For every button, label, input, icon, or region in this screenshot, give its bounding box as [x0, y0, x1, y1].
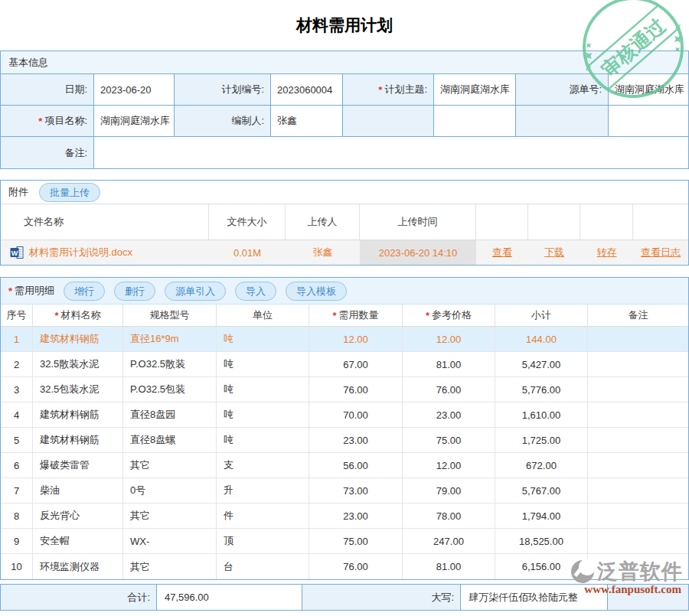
material-cell-name: 安全帽: [33, 529, 123, 554]
material-row[interactable]: 4建筑材料钢筋直径8盘园吨70.0023.001,610.00: [1, 403, 688, 428]
batch-upload-button[interactable]: 批量上传: [39, 183, 100, 202]
import-template-button[interactable]: 导入模板: [286, 282, 347, 301]
material-cell-unit: 件: [217, 504, 309, 529]
vendor-website: www.fanpusoft.com: [518, 583, 683, 596]
material-cell-spec: 其它: [123, 453, 217, 478]
material-cell-no: 2: [1, 352, 33, 377]
material-cell-qty: 56.00: [309, 453, 403, 478]
attachment-title: 附件: [8, 185, 28, 199]
vendor-name: 泛普软件: [597, 558, 683, 585]
material-cell-subtotal: 5,776.00: [495, 377, 588, 403]
material-cell-subtotal: 1,725.00: [495, 428, 588, 453]
material-cell-remark: [588, 453, 688, 478]
compiler-label: 编制人:: [175, 106, 271, 137]
source-import-button[interactable]: 源单引入: [165, 282, 226, 301]
material-cell-price: 81.00: [403, 554, 495, 579]
material-cell-name: 32.5包装水泥: [33, 377, 123, 403]
material-row[interactable]: 232.5散装水泥P.O32.5散装吨67.0081.005,427.00: [1, 352, 688, 377]
material-cell-qty: 76.00: [309, 554, 403, 579]
material-cell-spec: P.O32.5散装: [123, 352, 217, 377]
project-label: *项目名称:: [1, 106, 94, 137]
material-cell-spec: 0号: [123, 478, 217, 504]
material-cell-no: 9: [1, 529, 33, 554]
material-cell-no: 5: [1, 428, 33, 453]
material-row[interactable]: 7柴油0号升73.0079.005,767.00: [1, 478, 688, 504]
material-cell-qty: 70.00: [309, 403, 403, 428]
transfer-link[interactable]: 转存: [597, 246, 617, 259]
date-field[interactable]: 2023-06-20: [94, 74, 175, 106]
file-name-link[interactable]: 材料需用计划说明.docx: [29, 246, 132, 259]
material-cell-remark: [588, 403, 688, 428]
material-cell-price: 78.00: [403, 504, 495, 529]
material-row[interactable]: 9安全帽WX-顶75.00247.0018,525.00: [1, 529, 688, 554]
material-cell-spec: 直径16*9m: [123, 327, 217, 352]
compiler-field[interactable]: 张鑫: [271, 106, 343, 137]
detail-table-header: 序号*材料名称规格型号单位*需用数量*参考价格小计备注: [1, 305, 688, 327]
material-cell-name: 反光背心: [33, 504, 123, 529]
material-cell-qty: 67.00: [309, 352, 403, 377]
vendor-logo: 泛普软件 www.fanpusoft.com: [518, 558, 683, 596]
empty-value-cell: [434, 106, 516, 137]
material-cell-price: 81.00: [403, 352, 495, 377]
material-cell-remark: [588, 377, 688, 403]
material-cell-remark: [588, 529, 688, 554]
material-cell-price: 247.00: [403, 529, 495, 554]
material-row[interactable]: 6爆破类雷管其它支56.0012.00672.00: [1, 453, 688, 478]
material-cell-no: 1: [1, 327, 33, 352]
import-button[interactable]: 导入: [235, 282, 276, 301]
material-cell-subtotal: 1,794.00: [495, 504, 588, 529]
detail-col-header: 序号: [1, 305, 33, 326]
material-cell-name: 环境监测仪器: [33, 554, 123, 579]
material-cell-qty: 12.00: [309, 327, 403, 352]
material-cell-price: 23.00: [403, 403, 495, 428]
empty-label-cell: [516, 106, 609, 137]
remark-label: 备注:: [1, 137, 94, 168]
view-link[interactable]: 查看: [492, 246, 512, 259]
total-label: 合计:: [1, 585, 157, 610]
plan-no-field[interactable]: 2023060004: [271, 74, 343, 106]
basic-info-section: 基本信息 日期: 2023-06-20 计划编号: 2023060004 *计划…: [0, 51, 689, 169]
download-link[interactable]: 下载: [544, 246, 564, 259]
detail-col-header: 备注: [588, 305, 688, 326]
date-label: 日期:: [1, 74, 94, 106]
detail-title: 需用明细: [15, 284, 54, 298]
subject-field[interactable]: 湖南洞庭湖水库: [434, 74, 516, 106]
caps-label: 大写:: [302, 585, 461, 610]
empty-value-cell: [609, 106, 688, 137]
word-doc-icon: W: [10, 246, 24, 259]
material-cell-unit: 吨: [217, 377, 309, 403]
view-log-link[interactable]: 查看日志: [641, 246, 681, 259]
material-cell-unit: 吨: [217, 403, 309, 428]
material-row[interactable]: 332.5包装水泥P.O32.5包装吨76.0076.005,776.00: [1, 377, 688, 403]
detail-rows: 1建筑材料钢筋直径16*9m吨12.0012.00144.00232.5散装水泥…: [1, 327, 688, 579]
material-cell-price: 75.00: [403, 428, 495, 453]
material-cell-price: 12.00: [403, 327, 495, 352]
material-cell-no: 7: [1, 478, 33, 504]
material-cell-unit: 台: [217, 554, 309, 579]
material-cell-qty: 76.00: [309, 377, 403, 403]
material-cell-remark: [588, 428, 688, 453]
material-row[interactable]: 5建筑材料钢筋直径8盘螺吨23.0075.001,725.00: [1, 428, 688, 453]
col-file-name: 文件名称: [1, 204, 209, 240]
remark-field[interactable]: [94, 137, 688, 168]
material-cell-name: 32.5散装水泥: [33, 352, 123, 377]
material-cell-remark: [588, 478, 688, 504]
material-cell-qty: 73.00: [309, 478, 403, 504]
col-action: [580, 204, 633, 240]
material-cell-unit: 吨: [217, 327, 309, 352]
material-cell-spec: 其它: [123, 554, 217, 579]
material-cell-price: 76.00: [403, 377, 495, 403]
material-cell-spec: P.O32.5包装: [123, 377, 217, 403]
basic-info-grid: 日期: 2023-06-20 计划编号: 2023060004 *计划主题: 湖…: [1, 74, 688, 168]
col-uploader: 上传人: [286, 204, 360, 240]
material-cell-subtotal: 18,525.00: [495, 529, 588, 554]
source-field[interactable]: 湖南洞庭湖水库: [609, 74, 688, 106]
attachment-row: W 材料需用计划说明.docx 0.01M 张鑫 2023-06-20 14:1…: [1, 240, 688, 265]
delete-row-button[interactable]: 删行: [114, 282, 155, 301]
material-cell-remark: [588, 504, 688, 529]
detail-col-header: 小计: [495, 305, 588, 326]
project-field[interactable]: 湖南洞庭湖水库: [94, 106, 175, 137]
add-row-button[interactable]: 增行: [64, 282, 105, 301]
material-row[interactable]: 1建筑材料钢筋直径16*9m吨12.0012.00144.00: [1, 327, 688, 352]
material-row[interactable]: 8反光背心其它件23.0078.001,794.00: [1, 504, 688, 529]
